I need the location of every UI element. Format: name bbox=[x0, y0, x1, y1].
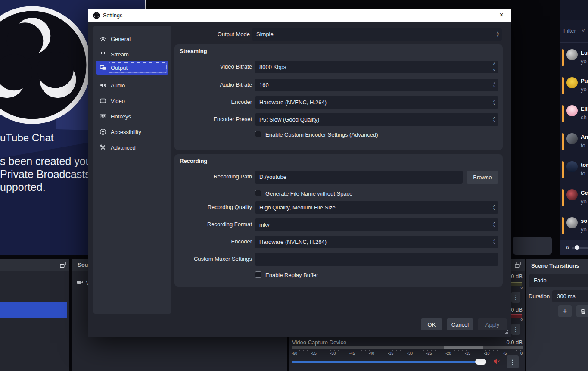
encoder-preset-select[interactable]: P5: Slow (Good Quality) ˄˅ bbox=[255, 113, 498, 126]
tick-label: -40 bbox=[369, 351, 374, 355]
spinner-arrows-icon[interactable]: ˄˅ bbox=[493, 61, 495, 73]
chat-dock: Filter ˅ Lu yo Pu yo Ell ch An to bbox=[560, 0, 588, 255]
filter-row[interactable]: Filter ˅ bbox=[560, 20, 588, 43]
custom-encoder-checkbox[interactable] bbox=[255, 131, 261, 137]
dropdown-arrows-icon: ˄˅ bbox=[493, 218, 495, 231]
apply-button[interactable]: Apply bbox=[478, 318, 507, 330]
mixer-ch1-db: 0 dB bbox=[511, 273, 523, 280]
recording-path-label: Recording Path bbox=[179, 173, 252, 180]
focus-outline bbox=[109, 62, 167, 73]
duration-input[interactable]: 300 ms bbox=[552, 290, 588, 302]
audio-bitrate-value: 160 bbox=[259, 82, 269, 88]
vcd-volume-slider[interactable] bbox=[292, 361, 485, 363]
audio-slider-row: A bbox=[560, 240, 588, 255]
output-mode-label: Output Mode bbox=[164, 31, 250, 38]
mute-icon[interactable] bbox=[493, 358, 501, 365]
sidebar-item-general[interactable]: General bbox=[96, 32, 168, 45]
video-bitrate-input[interactable]: 8000 Kbps ˄˅ bbox=[255, 61, 498, 73]
sidebar-item-label: Video bbox=[111, 98, 125, 104]
output-icon bbox=[100, 64, 106, 71]
recording-quality-select[interactable]: High Quality, Medium File Size ˄˅ bbox=[255, 201, 498, 214]
recording-format-label: Recording Format bbox=[179, 221, 252, 228]
dialog-titlebar: Settings × bbox=[88, 9, 511, 22]
selected-scene-row[interactable] bbox=[0, 302, 67, 318]
chat-row: Ell ch bbox=[560, 100, 588, 128]
chat-username: so bbox=[581, 218, 587, 224]
vcd-volume-handle[interactable] bbox=[475, 359, 486, 365]
tick-label: -45 bbox=[349, 351, 355, 355]
mixer-ch1-menu-button[interactable]: ⋮ bbox=[511, 292, 520, 303]
chat-username: Pu bbox=[581, 78, 588, 84]
chat-username: Ell bbox=[581, 106, 588, 112]
kebab-icon: ⋮ bbox=[510, 359, 516, 365]
sidebar-item-label: Accessibility bbox=[111, 129, 141, 135]
avatar bbox=[566, 217, 578, 228]
vcd-name: Video Capture Device bbox=[292, 339, 346, 346]
recording-encoder-select[interactable]: Hardware (NVENC, H.264) ˄˅ bbox=[255, 236, 498, 248]
audio-bitrate-select[interactable]: 160 ˄˅ bbox=[255, 79, 498, 91]
sidebar-item-advanced[interactable]: Advanced bbox=[96, 141, 168, 154]
chat-message: yo bbox=[581, 86, 587, 93]
add-transition-button[interactable]: + bbox=[558, 305, 572, 317]
obs-logo bbox=[0, 4, 93, 126]
sidebar-item-accessibility[interactable]: Accessibility bbox=[96, 125, 168, 138]
close-icon[interactable]: × bbox=[497, 11, 506, 19]
avatar bbox=[566, 49, 578, 60]
custom-encoder-checkbox-label: Enable Custom Encoder Settings (Advanced… bbox=[265, 131, 378, 138]
sidebar-item-audio[interactable]: Audio bbox=[96, 79, 168, 92]
resize-grip[interactable] bbox=[504, 330, 509, 334]
browse-button-label: Browse bbox=[473, 174, 492, 181]
highlight-bar bbox=[562, 189, 564, 206]
popout-icon[interactable] bbox=[59, 261, 67, 268]
chat-username: Ce bbox=[581, 190, 588, 196]
mixer-ch2-menu-button[interactable]: ⋮ bbox=[511, 324, 520, 335]
tick-label: -15 bbox=[465, 351, 470, 355]
transition-select[interactable]: Fade bbox=[529, 274, 588, 287]
chat-username: Lu bbox=[581, 50, 588, 56]
recording-path-input[interactable]: D:/youtube bbox=[255, 171, 463, 184]
mini-slider-knob[interactable] bbox=[575, 245, 579, 250]
chat-username: An bbox=[581, 134, 588, 140]
avatar bbox=[566, 133, 578, 144]
custom-muxer-label: Custom Muxer Settings bbox=[179, 256, 252, 262]
kebab-icon: ⋮ bbox=[513, 294, 519, 301]
sidebar-item-label: Stream bbox=[111, 51, 129, 58]
encoder-select[interactable]: Hardware (NVENC, H.264) ˄˅ bbox=[255, 96, 498, 109]
highlight-bar bbox=[562, 49, 564, 66]
output-mode-select[interactable]: Simple ˄˅ bbox=[252, 28, 502, 41]
dropdown-arrows-icon: ˄˅ bbox=[493, 79, 495, 91]
replay-buffer-checkbox[interactable] bbox=[255, 271, 261, 278]
avatar bbox=[566, 189, 578, 200]
generate-filename-checkbox[interactable] bbox=[255, 190, 261, 196]
chat-row: Pu yo bbox=[560, 72, 588, 100]
duration-label: Duration bbox=[529, 293, 550, 299]
sidebar-item-output[interactable]: Output bbox=[96, 61, 168, 75]
kebab-icon: ⋮ bbox=[513, 326, 519, 333]
vcd-menu-button[interactable]: ⋮ bbox=[507, 355, 519, 368]
mixer-ch2-db: 0 dB bbox=[511, 306, 523, 313]
cancel-button[interactable]: Cancel bbox=[447, 318, 473, 330]
trash-icon bbox=[580, 308, 586, 315]
gear-icon bbox=[100, 35, 106, 42]
sidebar-item-video[interactable]: Video bbox=[96, 94, 168, 107]
recording-format-select[interactable]: mkv ˄˅ bbox=[255, 218, 498, 231]
sidebar-item-hotkeys[interactable]: Hotkeys bbox=[96, 110, 168, 123]
audio-label: A bbox=[566, 245, 569, 251]
remove-transition-button[interactable] bbox=[576, 305, 588, 317]
custom-muxer-input[interactable] bbox=[255, 253, 498, 266]
chat-row: tor to bbox=[560, 156, 588, 184]
tick-label: -35 bbox=[388, 351, 393, 355]
scenes-panel-header bbox=[0, 259, 69, 271]
screen: uTube Chat s been created you Private Br… bbox=[0, 0, 588, 371]
dialog-title: Settings bbox=[103, 12, 122, 19]
chat-window-text-line: upported. bbox=[0, 181, 46, 193]
plus-icon: + bbox=[563, 307, 567, 315]
popout-icon[interactable] bbox=[514, 261, 522, 268]
browse-button[interactable]: Browse bbox=[467, 171, 498, 184]
ok-button[interactable]: OK bbox=[421, 318, 442, 330]
sidebar-item-stream[interactable]: Stream bbox=[96, 48, 168, 61]
speaker-icon bbox=[100, 82, 106, 89]
scene-transitions-panel: Scene Transitions Fade Duration 300 ms + bbox=[526, 259, 588, 371]
chat-row: Lu yo bbox=[560, 44, 588, 72]
floating-panel bbox=[513, 237, 552, 255]
